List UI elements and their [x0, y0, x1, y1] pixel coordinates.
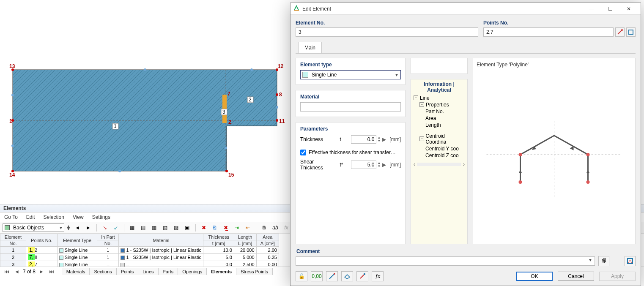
window-minimize-icon[interactable]: —	[582, 3, 601, 15]
window-close-icon[interactable]: ✕	[619, 3, 638, 15]
plane-icon[interactable]	[341, 271, 353, 281]
svg-text:8: 8	[279, 92, 282, 98]
pick-icon[interactable]: ↘	[100, 223, 110, 232]
tab-lines[interactable]: Lines	[138, 268, 158, 275]
svg-rect-52	[364, 273, 365, 275]
table-row[interactable]: 27,8Single Line11 - S235W | Isotropic | …	[0, 254, 279, 261]
effective-thickness-checkbox[interactable]: Effective thickness for shear transfer…	[300, 150, 401, 155]
node-icon[interactable]	[326, 271, 338, 281]
chevron-down-icon: ▾	[393, 72, 400, 78]
table-row[interactable]: 11,2Single Line11 - S235W | Isotropic | …	[0, 247, 279, 254]
menu-edit[interactable]: Edit	[26, 214, 35, 220]
pager-prev-icon[interactable]: ◄	[13, 269, 21, 275]
info-panel: Information | Analytical −Line −Properti…	[411, 79, 468, 244]
swatch-icon	[302, 72, 308, 78]
comment-library-icon[interactable]: 🗐	[598, 256, 609, 266]
svg-text:1: 1	[114, 123, 117, 129]
copy-icon[interactable]: ⎘	[210, 223, 219, 232]
tab-parts[interactable]: Parts	[158, 268, 178, 275]
spin-down-icon[interactable]: ▼	[377, 165, 381, 168]
tree-collapse-icon[interactable]: −	[414, 95, 418, 100]
tab-sections[interactable]: Sections	[89, 268, 116, 275]
scrollbar-track[interactable]	[417, 163, 461, 166]
pick2-icon[interactable]: ↙	[111, 223, 121, 232]
points-no-input[interactable]	[483, 27, 614, 37]
thickness-input[interactable]	[351, 135, 376, 144]
table2-icon[interactable]: ▧	[161, 223, 170, 232]
grid2-icon[interactable]: ▤	[139, 223, 148, 232]
svg-point-8	[276, 119, 278, 122]
tab-openings[interactable]: Openings	[178, 268, 207, 275]
svg-rect-33	[294, 10, 299, 11]
menu-settings[interactable]: Settings	[92, 214, 110, 220]
pick-points-icon[interactable]	[615, 27, 625, 37]
play-icon[interactable]: ▶	[382, 162, 386, 168]
tab-elements[interactable]: Elements	[206, 268, 236, 275]
chevron-down-icon: ▾	[58, 225, 64, 231]
svg-point-10	[144, 68, 146, 71]
dialog-titlebar[interactable]: Edit Element — ☐ ✕	[290, 3, 641, 15]
menu-selection[interactable]: Selection	[44, 214, 64, 220]
tree-collapse-icon[interactable]: −	[419, 102, 424, 107]
nav-prev-icon[interactable]: ◄	[73, 223, 82, 232]
preview-toggle-icon[interactable]	[625, 256, 636, 266]
comment-combo[interactable]: ▾	[296, 256, 595, 266]
elements-grid[interactable]: Element Points No. Element Type In Part …	[0, 234, 279, 267]
ok-button[interactable]: OK	[516, 272, 553, 281]
tab-materials[interactable]: Materials	[62, 268, 90, 275]
shear-thickness-input[interactable]	[351, 161, 376, 169]
pager-last-icon[interactable]: ⏭	[47, 269, 56, 275]
pager-next-icon[interactable]: ►	[37, 269, 46, 275]
delete-row-icon[interactable]: ✖̲	[221, 223, 230, 232]
svg-point-41	[586, 153, 590, 156]
pager-first-icon[interactable]: ⏮	[3, 269, 11, 275]
unlock-icon[interactable]: 🔓	[296, 271, 307, 281]
units-icon[interactable]: 0,00	[311, 271, 323, 281]
menu-view[interactable]: View	[73, 214, 84, 220]
function-icon[interactable]: ƒx	[372, 271, 384, 281]
svg-marker-45	[570, 146, 574, 150]
scroll-right-icon[interactable]: ›	[463, 161, 465, 167]
window-maximize-icon[interactable]: ☐	[601, 3, 619, 15]
svg-text:3: 3	[222, 109, 225, 115]
table3-icon[interactable]: ▨	[172, 223, 181, 232]
pick-window-icon[interactable]	[626, 27, 636, 37]
scroll-left-icon[interactable]: ‹	[414, 161, 415, 167]
fx-icon[interactable]: fx	[282, 223, 291, 232]
play-icon[interactable]: ▶	[382, 136, 386, 142]
delete-icon[interactable]: ✖	[199, 223, 208, 232]
member-icon[interactable]	[356, 271, 368, 281]
tab-main[interactable]: Main	[298, 42, 322, 53]
grid-icon[interactable]: ▦	[128, 223, 137, 232]
svg-text:2: 2	[228, 119, 231, 125]
svg-text:14: 14	[9, 172, 15, 178]
comment-label: Comment	[296, 248, 636, 254]
svg-point-11	[250, 68, 253, 71]
menu-goto[interactable]: Go To	[4, 214, 18, 220]
thickness-label: Thickness	[300, 136, 336, 142]
element-no-input[interactable]	[296, 27, 478, 37]
apply-button[interactable]: Apply	[599, 272, 636, 281]
export-icon[interactable]: ⇤	[243, 223, 252, 232]
nav-next-icon[interactable]: ►	[84, 223, 93, 232]
object-type-combo[interactable]: Basic Objects ▾	[3, 223, 64, 232]
spin-down-icon[interactable]: ▼	[377, 139, 381, 143]
doc-icon[interactable]: 🗎	[260, 223, 269, 232]
rename-icon[interactable]: ab	[271, 223, 280, 232]
material-input[interactable]	[300, 102, 401, 112]
table-row[interactable]: 32,7Single Line----0.02.5000.00	[0, 261, 279, 267]
material-label: Material	[300, 94, 401, 100]
table4-icon[interactable]: ▣	[183, 223, 192, 232]
preview-panel: Element Type 'Polyline'	[473, 58, 636, 244]
import-icon[interactable]: ⇥	[232, 223, 241, 232]
chevron-down-icon: ▾	[586, 257, 595, 265]
tree-collapse-icon[interactable]: −	[419, 136, 424, 141]
table-icon[interactable]: ▥	[150, 223, 159, 232]
tab-stress-points[interactable]: Stress Points	[236, 268, 273, 275]
parameters-label: Parameters	[300, 126, 401, 132]
dialog-tabs: Main	[296, 42, 636, 54]
tab-points[interactable]: Points	[116, 268, 139, 275]
element-type-dropdown[interactable]: Single Line ▾	[300, 70, 401, 79]
svg-line-48	[329, 274, 334, 279]
cancel-button[interactable]: Cancel	[558, 272, 594, 281]
